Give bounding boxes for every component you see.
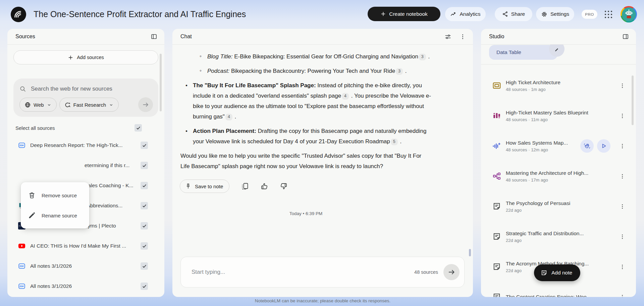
thumbs-up-icon[interactable]: [260, 182, 268, 190]
select-all-checkbox[interactable]: [135, 124, 142, 132]
add-note-button[interactable]: Add note: [534, 264, 580, 281]
chat-settings-tune-icon[interactable]: [443, 32, 452, 41]
source-count-label: 48 sources: [414, 269, 438, 275]
source-row[interactable]: mAll notes 3/1/2026: [7, 256, 164, 276]
collapse-sources-panel-icon[interactable]: [150, 32, 158, 41]
chat-input-bar: 48 sources: [180, 257, 465, 288]
chat-paragraph: Would you like me to help you write the …: [180, 151, 431, 171]
source-row[interactable]: mAll notes 3/1/2026: [7, 276, 164, 296]
add-sources-button[interactable]: Add sources: [13, 50, 158, 64]
top-header: The One-Sentence Profit Extractor and AI…: [0, 0, 644, 29]
source-label: Sales Coaching - K...: [85, 183, 141, 189]
table-icon: [492, 81, 501, 90]
more-options-button[interactable]: [618, 111, 627, 120]
chat-more-options-icon[interactable]: [458, 32, 467, 41]
collapse-studio-panel-icon[interactable]: [621, 32, 630, 41]
sources-scrollbar[interactable]: [160, 54, 162, 111]
copy-response-icon[interactable]: [241, 182, 249, 190]
source-checkbox[interactable]: [141, 162, 148, 169]
plus-icon: [380, 11, 386, 17]
apps-grid-icon[interactable]: [604, 10, 613, 19]
note-icon: [492, 202, 501, 211]
kebab-icon: [619, 203, 626, 210]
play-icon: [600, 143, 607, 149]
studio-item[interactable]: Mastering the Architecture of High...48 …: [481, 161, 636, 191]
waveform-icon: [492, 142, 501, 150]
interactive-mode-button[interactable]: [580, 139, 594, 153]
more-options-button[interactable]: [618, 232, 627, 241]
source-row[interactable]: etermining if this r...: [7, 155, 164, 175]
source-row[interactable]: mDeep Research Report: The High-Tick...: [7, 135, 164, 155]
studio-item[interactable]: High-Ticket Mastery Sales Blueprint48 so…: [481, 101, 636, 131]
arrow-right-icon: [447, 268, 455, 276]
kebab-icon: [619, 113, 626, 119]
chat-scrollbar[interactable]: [469, 249, 471, 256]
source-checkbox[interactable]: [141, 242, 148, 250]
chevron-down-icon: [47, 102, 52, 107]
source-context-menu: Remove source Rename source: [21, 182, 89, 228]
studio-panel-title: Studio: [489, 34, 621, 40]
studio-panel: Studio Data Table High Ticket Architectu…: [481, 29, 636, 297]
play-audio-button[interactable]: [597, 139, 610, 153]
studio-item[interactable]: High Ticket Architecture48 sources · 1m …: [481, 70, 636, 101]
share-button[interactable]: Share: [495, 7, 532, 21]
studio-item-meta: 48 sources · 12m ago: [506, 147, 577, 152]
studio-item-meta: 22d ago: [506, 208, 610, 213]
source-checkbox[interactable]: [141, 182, 148, 189]
chat-bullet-item: The "Buy It For Life Basecamp" Splash Pa…: [185, 80, 431, 122]
studio-item[interactable]: The Psychology of Persuasi22d ago: [481, 191, 636, 221]
avatar[interactable]: [621, 6, 637, 22]
research-mode-dropdown[interactable]: Fast Research: [59, 98, 119, 112]
rename-source-menu-item[interactable]: Rename source: [21, 205, 89, 225]
more-options-button[interactable]: [618, 293, 627, 297]
send-message-button[interactable]: [443, 264, 460, 280]
analytics-button[interactable]: Analytics: [445, 7, 486, 21]
citation-badge[interactable]: 3: [419, 54, 426, 60]
save-to-note-button[interactable]: Save to note: [180, 180, 229, 193]
edit-chip-button[interactable]: [549, 45, 565, 57]
more-options-button[interactable]: [618, 142, 627, 150]
gear-icon: [541, 11, 547, 17]
fast-research-icon: [64, 102, 71, 108]
response-actions-row: Save to note: [180, 180, 431, 193]
data-table-chip[interactable]: Data Table: [489, 45, 557, 60]
more-options-button[interactable]: [618, 262, 627, 271]
citation-badge[interactable]: 4: [225, 114, 232, 120]
more-options-button[interactable]: [618, 81, 627, 90]
source-checkbox[interactable]: [141, 283, 148, 290]
more-options-button[interactable]: [618, 202, 627, 211]
search-icon: [19, 86, 26, 92]
studio-item-title: Strategic Traffic and Distribution...: [506, 231, 610, 237]
globe-icon: [24, 102, 31, 108]
chat-input[interactable]: [192, 269, 414, 275]
web-filter-dropdown[interactable]: Web: [19, 98, 57, 112]
citation-badge[interactable]: 3: [396, 68, 403, 75]
studio-scrollbar[interactable]: [632, 75, 634, 125]
notebooklm-logo-icon[interactable]: [11, 7, 26, 22]
trash-icon: [28, 192, 36, 199]
remove-source-menu-item[interactable]: Remove source: [21, 185, 89, 205]
source-checkbox[interactable]: [141, 202, 148, 209]
studio-item[interactable]: How Sales Systems Map...48 sources · 12m…: [481, 131, 636, 161]
source-row[interactable]: AI CEO: THIS is How I'd Make My First ..…: [7, 236, 164, 256]
more-options-button[interactable]: [618, 172, 627, 181]
source-checkbox[interactable]: [141, 142, 148, 149]
accuracy-disclaimer: NotebookLM can be inaccurate; please dou…: [172, 298, 473, 303]
studio-item[interactable]: The Content Creation Engine: Wee...: [481, 282, 636, 297]
notebook-title[interactable]: The One-Sentence Profit Extractor and AI…: [34, 9, 246, 19]
create-notebook-button[interactable]: Create notebook: [368, 7, 440, 21]
plus-icon: [68, 55, 73, 60]
note-source-icon: m: [18, 142, 25, 149]
studio-item-title: High-Ticket Mastery Sales Blueprint: [506, 110, 610, 116]
studio-item[interactable]: Strategic Traffic and Distribution...22d…: [481, 221, 636, 252]
source-checkbox[interactable]: [141, 222, 148, 230]
thumbs-down-icon[interactable]: [280, 182, 288, 190]
search-input[interactable]: [31, 86, 153, 92]
citation-badge[interactable]: 5: [391, 139, 398, 145]
search-submit-button[interactable]: [138, 97, 153, 112]
citation-badge[interactable]: 4: [342, 93, 349, 100]
studio-items-list: High Ticket Architecture48 sources · 1m …: [481, 70, 636, 297]
note-source-icon: m: [18, 262, 25, 270]
source-checkbox[interactable]: [141, 262, 148, 270]
settings-button[interactable]: Settings: [536, 7, 574, 21]
